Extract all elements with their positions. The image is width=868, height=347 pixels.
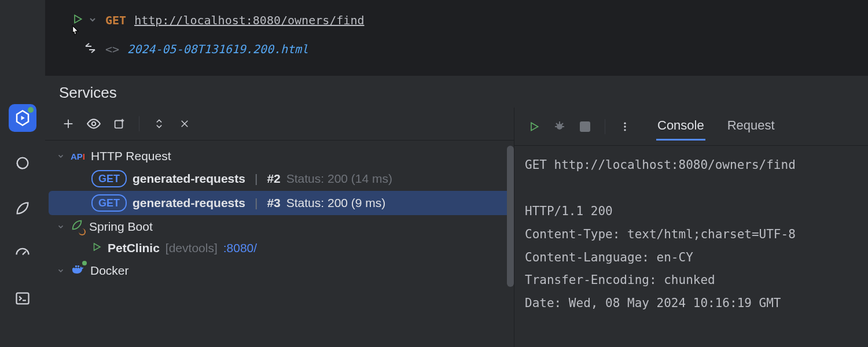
add-service-button[interactable]	[57, 112, 80, 135]
svg-line-23	[561, 123, 563, 125]
toolbar-separator	[605, 119, 605, 134]
response-file-link[interactable]: 2024-05-08T131619.200.html	[127, 42, 308, 56]
terminal-tool-button[interactable]	[9, 285, 36, 312]
http-editor: GET http://localhost:8080/owners/find <>…	[45, 0, 868, 75]
left-tool-strip	[0, 0, 45, 347]
tree-label: Spring Boot	[89, 220, 153, 234]
tree-label: HTTP Request	[91, 149, 171, 163]
svg-rect-12	[115, 121, 123, 128]
output-toolbar: Console Request	[514, 108, 868, 146]
tree-request-item-selected[interactable]: GET generated-requests | #3 Status: 200 …	[49, 191, 510, 215]
request-name: generated-requests	[133, 196, 245, 210]
services-title: Services	[45, 76, 868, 108]
app-name: PetClinic	[108, 241, 160, 255]
svg-point-24	[624, 122, 626, 124]
compare-responses-icon[interactable]	[83, 41, 97, 58]
chevron-down-icon	[57, 264, 65, 278]
profiler-tool-button[interactable]	[9, 239, 36, 267]
output-panel: GET http://localhost:8080/owners/find HT…	[514, 146, 868, 347]
tree-app-item[interactable]: PetClinic [devtools] :8080/	[45, 238, 514, 259]
tab-request[interactable]: Request	[726, 112, 776, 141]
http-url[interactable]: http://localhost:8080/owners/find	[134, 13, 364, 27]
tree-label: Docker	[90, 264, 129, 278]
tree-scrollbar[interactable]	[507, 146, 514, 287]
request-line[interactable]: GET http://localhost:8080/owners/find	[45, 6, 868, 35]
http-method: GET	[105, 13, 126, 27]
debug-button[interactable]	[548, 115, 571, 138]
chevron-down-icon	[57, 149, 65, 163]
tree-node-spring-boot[interactable]: Spring Boot	[45, 215, 514, 238]
tree-node-docker[interactable]: Docker	[45, 259, 514, 282]
svg-line-22	[556, 123, 558, 125]
stop-button[interactable]	[573, 115, 597, 138]
angle-brackets-icon: <>	[105, 42, 119, 56]
endpoints-tool-button[interactable]	[9, 149, 36, 177]
svg-point-25	[624, 125, 626, 127]
app-port[interactable]: :8080/	[223, 241, 257, 255]
play-icon	[91, 241, 102, 255]
services-tree: API HTTP Request GET generated-requests …	[45, 146, 514, 347]
svg-marker-27	[94, 243, 101, 250]
svg-marker-17	[531, 123, 538, 130]
expand-collapse-button[interactable]	[148, 112, 171, 135]
rerun-button[interactable]	[523, 115, 546, 138]
more-button[interactable]	[613, 115, 637, 138]
run-gutter-icon[interactable]	[72, 13, 83, 28]
svg-line-3	[23, 252, 26, 255]
tree-node-http-request[interactable]: API HTTP Request	[45, 146, 514, 167]
show-hidden-button[interactable]	[82, 112, 105, 135]
method-badge: GET	[91, 170, 127, 187]
open-tab-button[interactable]	[108, 112, 131, 135]
console-output[interactable]: GET http://localhost:8080/owners/find HT…	[514, 146, 868, 323]
svg-point-26	[624, 129, 626, 131]
request-status: Status: 200 (9 ms)	[286, 196, 386, 210]
docker-icon	[71, 262, 84, 279]
request-number: #2	[267, 172, 280, 186]
svg-marker-6	[75, 15, 82, 23]
services-tool-button[interactable]	[9, 104, 36, 132]
pipe-separator: |	[255, 196, 258, 210]
services-panel: Services	[45, 75, 868, 347]
close-button[interactable]	[173, 112, 196, 135]
api-icon: API	[71, 152, 85, 161]
spring-icon	[71, 219, 83, 234]
tab-console[interactable]: Console	[656, 112, 705, 141]
chevron-down-icon[interactable]	[88, 13, 97, 27]
svg-marker-1	[21, 116, 25, 120]
response-line[interactable]: <> 2024-05-08T131619.200.html	[45, 35, 868, 64]
request-status: Status: 200 (14 ms)	[286, 172, 392, 186]
svg-rect-4	[17, 293, 29, 304]
svg-point-11	[92, 122, 96, 126]
main-area: GET http://localhost:8080/owners/find <>…	[45, 0, 868, 347]
request-number: #3	[267, 196, 280, 210]
services-toolbar	[45, 108, 514, 141]
request-name: generated-requests	[133, 172, 245, 186]
tree-request-item[interactable]: GET generated-requests | #2 Status: 200 …	[45, 167, 514, 191]
chevron-down-icon	[57, 220, 65, 234]
app-profile: [devtools]	[165, 241, 218, 255]
pipe-separator: |	[255, 172, 258, 186]
spring-tool-button[interactable]	[9, 194, 36, 222]
toolbar-separator	[139, 116, 139, 131]
method-badge: GET	[91, 194, 127, 212]
